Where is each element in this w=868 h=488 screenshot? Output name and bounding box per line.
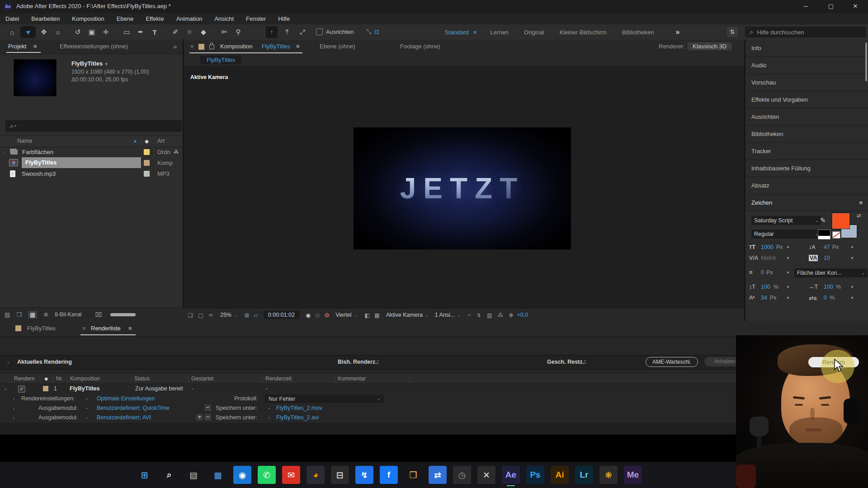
menu-item[interactable]: Bearbeiten: [31, 15, 60, 22]
taskbar-icon[interactable]: ❋: [599, 466, 618, 484]
kerning-dropdown-icon[interactable]: ▼: [786, 256, 790, 260]
zoom-tool[interactable]: ○: [52, 28, 64, 36]
local-axis-tool[interactable]: ↑: [266, 26, 278, 38]
queue-tab-menu-icon[interactable]: ≡: [128, 325, 132, 332]
taskbar-icon[interactable]: ▦: [209, 466, 227, 484]
color-depth-label[interactable]: 8-Bit-Kanal: [55, 311, 81, 318]
taskbar-icon[interactable]: ✕: [477, 466, 495, 484]
job-label-chip[interactable]: [43, 386, 48, 391]
queue-tab-close-icon[interactable]: ×: [82, 325, 86, 332]
taskbar-icon[interactable]: ◷: [453, 466, 471, 484]
panel-list-icon[interactable]: ▤: [5, 311, 10, 318]
tab-projekt[interactable]: Projekt: [8, 43, 26, 50]
queue-tab-flybytitles[interactable]: FlyByTitles: [27, 325, 56, 332]
add-module-button[interactable]: +: [196, 414, 203, 421]
project-search-box[interactable]: ⌕ ▾: [5, 120, 182, 132]
view-layout-dropdown[interactable]: 1 Ansi...: [435, 312, 455, 318]
workspace-tab-kleiner-bildschirm[interactable]: Kleiner Bildschirm: [560, 29, 607, 36]
taskbar-icon[interactable]: ◉: [233, 466, 251, 484]
project-row-flybytitles[interactable]: FlyByTitles Komp: [0, 157, 183, 168]
fast-previews-icon[interactable]: ↯: [476, 312, 481, 319]
menu-item[interactable]: Hilfe: [278, 15, 290, 22]
right-panel-tab[interactable]: Inhaltsbasierte Füllung: [745, 160, 868, 177]
workspace-tab-original[interactable]: Original: [524, 29, 544, 36]
col-status[interactable]: Status: [134, 375, 150, 382]
zoom-level-dropdown[interactable]: 25%: [220, 312, 231, 318]
menu-item[interactable]: Datei: [5, 15, 19, 22]
col-kommentar[interactable]: Kommentar: [338, 375, 366, 382]
pan-behind-tool[interactable]: ✛: [100, 28, 112, 36]
resolution-dropdown[interactable]: Viertel: [335, 312, 351, 318]
snap-checkbox[interactable]: [316, 28, 323, 35]
view-axis-tool[interactable]: ⤢: [297, 28, 308, 36]
col-gestartet[interactable]: Gestartet: [191, 375, 213, 382]
comp-canvas[interactable]: JETZT: [354, 127, 571, 249]
taskbar-icon[interactable]: Lr: [575, 466, 593, 484]
brush-tool[interactable]: ✐: [170, 28, 181, 36]
ame-queue-button[interactable]: AME-Warteschl.: [646, 357, 698, 367]
lock-icon[interactable]: [209, 45, 214, 49]
vertical-scale-value[interactable]: 100: [761, 284, 770, 290]
col-nr[interactable]: Nr.: [56, 375, 63, 382]
taskbar-icon[interactable]: ↯: [355, 466, 373, 484]
rectangle-tool[interactable]: ▭: [121, 28, 132, 36]
stroke-mode-dropdown[interactable]: Fläche über Kon...⌄: [794, 268, 868, 277]
goggles-icon[interactable]: ⌐: [468, 312, 471, 318]
channels-icon[interactable]: ❂: [325, 312, 329, 319]
job-twirl-icon[interactable]: ⌄: [4, 386, 7, 391]
panel-settings-icon[interactable]: ⇅: [727, 27, 738, 37]
label-color-chip[interactable]: [144, 160, 150, 166]
sort-ascending-icon[interactable]: ▲: [133, 138, 137, 143]
col-renderzeit[interactable]: Renderzeit: [265, 375, 292, 382]
tracking-value[interactable]: 10: [824, 255, 830, 261]
settings-dropdown-icon[interactable]: ⌄: [85, 396, 88, 400]
tsume-dropdown-icon[interactable]: ▼: [850, 296, 854, 300]
character-panel-menu-icon[interactable]: ≡: [859, 199, 863, 206]
current-render-twirl-icon[interactable]: ›: [7, 359, 9, 366]
primary-viewer-icon[interactable]: ▢: [198, 312, 203, 319]
kerning-value[interactable]: Metrik: [761, 255, 776, 261]
vr-view-icon[interactable]: ∞: [209, 312, 213, 318]
minimize-button[interactable]: ─: [797, 3, 815, 9]
save2-dropdown-icon[interactable]: ⌄: [268, 415, 271, 419]
job-checkbox[interactable]: ✓: [18, 385, 25, 393]
col-komposition[interactable]: Komposition: [70, 375, 100, 382]
trash-icon[interactable]: ⌧: [95, 311, 102, 318]
workspace-menu-icon[interactable]: ≡: [473, 29, 477, 36]
right-panel-tab[interactable]: Info: [745, 40, 868, 57]
remove-module-button-1[interactable]: −: [204, 404, 211, 411]
flowchart-icon[interactable]: ⁂: [498, 312, 504, 319]
tab-komposition-comp-name[interactable]: FlyByTitles: [262, 43, 290, 50]
comp-breadcrumb[interactable]: FlyByTitles: [200, 56, 241, 64]
log-dropdown[interactable]: Nur Fehler⌄: [265, 394, 384, 403]
remove-module-button-2[interactable]: −: [204, 414, 211, 421]
save-as-value-2[interactable]: FlyByTitles_2.avi: [276, 414, 319, 421]
eraser-tool[interactable]: ◆: [198, 28, 209, 36]
output-module-value-1[interactable]: Benutzerdefiniert: QuickTime: [97, 405, 170, 411]
save-as-value-1[interactable]: FlyByTitles_2.mov: [276, 405, 322, 411]
render-settings-value[interactable]: Optimale Einstellungen: [97, 395, 155, 402]
vertical-scale-dropdown-icon[interactable]: ▼: [786, 285, 790, 289]
right-panel-tab[interactable]: Vorschau: [745, 74, 868, 91]
right-panel-tab[interactable]: Effekte und Vorgaben: [745, 91, 868, 108]
font-size-value[interactable]: 1000: [761, 244, 774, 250]
view-dropdown[interactable]: Aktive Kamera: [386, 312, 423, 318]
taskbar-icon[interactable]: ▤: [184, 466, 203, 484]
menu-item[interactable]: Animation: [176, 15, 203, 22]
region-of-interest-icon[interactable]: ⊡: [374, 28, 379, 35]
taskbar-icon[interactable]: ⇄: [429, 466, 447, 484]
taskbar-icon[interactable]: Ps: [526, 466, 544, 484]
menu-item[interactable]: Ebene: [117, 15, 134, 22]
preview-comp-name[interactable]: FlyByTitles: [71, 60, 103, 67]
safe-margins-icon[interactable]: ⊞: [245, 312, 249, 319]
baseline-shift-value[interactable]: 34: [761, 295, 767, 301]
menu-item[interactable]: Fenster: [246, 15, 266, 22]
tab-zeichen[interactable]: Zeichen ≡: [745, 194, 868, 211]
horizontal-scrollbar[interactable]: [110, 313, 136, 316]
horizontal-scale-dropdown-icon[interactable]: ▼: [850, 285, 854, 289]
stroke-width-dropdown-icon[interactable]: ▼: [786, 271, 790, 275]
leading-dropdown-icon[interactable]: ▼: [850, 245, 854, 249]
right-panel-tab[interactable]: Tracker: [745, 143, 868, 160]
workspace-tab-bibliotheken[interactable]: Bibliotheken: [622, 29, 654, 36]
home-icon[interactable]: ⌂: [6, 28, 18, 36]
